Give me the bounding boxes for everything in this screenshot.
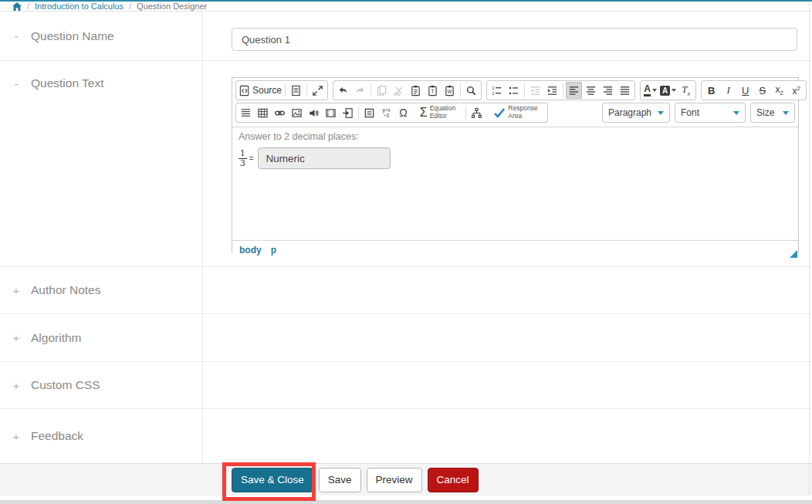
section-header-question-text[interactable]: - Question Text [12, 76, 104, 90]
toolbar-row-1: Source [235, 80, 795, 100]
section-row-algorithm: + Algorithm [0, 314, 812, 362]
editor-status-bar: body p [232, 240, 798, 259]
section-header-feedback[interactable]: + Feedback [12, 429, 83, 443]
element-path-body[interactable]: body [239, 245, 262, 255]
paragraph-format-dropdown[interactable]: Paragraph [602, 103, 670, 123]
answer-line: 1 3 = Numeric [239, 147, 792, 169]
cut-icon [393, 85, 404, 96]
breadcrumb-link-course[interactable]: Introduction to Calculus [35, 2, 123, 11]
audio-button[interactable] [306, 104, 322, 121]
align-right-button[interactable] [600, 82, 616, 99]
expand-icon[interactable]: + [12, 430, 20, 443]
paste-icon [410, 85, 421, 96]
equation-editor-label: Equation Editor [430, 105, 456, 120]
bulleted-list-button[interactable] [506, 82, 522, 99]
subscript-button[interactable]: x2 [771, 82, 787, 99]
toolbar-separator [563, 83, 563, 97]
font-dropdown[interactable]: Font [675, 103, 746, 123]
cancel-button[interactable]: Cancel [428, 468, 479, 492]
bold-button[interactable]: B [703, 82, 719, 99]
math-entry-button[interactable]: y÷x ÷3 [378, 104, 394, 121]
element-path-p[interactable]: p [271, 245, 276, 255]
home-icon[interactable] [12, 2, 22, 11]
copy-button[interactable] [374, 82, 390, 99]
question-name-input[interactable] [232, 28, 797, 51]
section-header-algorithm[interactable]: + Algorithm [12, 331, 81, 345]
question-designer-page: / Introduction to Calculus / Question De… [0, 0, 812, 504]
paste-from-word-button[interactable]: W [442, 82, 458, 99]
numeric-response-area[interactable]: Numeric [258, 147, 391, 169]
save-button[interactable]: Save [319, 468, 361, 492]
toolbar-group-clipboard: T W [333, 80, 482, 100]
div-container-button[interactable] [361, 104, 377, 121]
numbered-list-button[interactable]: 1 2 [489, 82, 505, 99]
undo-button[interactable] [335, 82, 351, 99]
size-value: Size [756, 107, 774, 118]
section-header-author-notes[interactable]: + Author Notes [12, 283, 100, 297]
paste-plain-text-button[interactable]: T [425, 82, 441, 99]
editor-content-area[interactable]: Answer to 2 decimal places: 1 3 = Numeri… [232, 127, 798, 240]
video-icon [325, 107, 337, 119]
link-button[interactable] [272, 104, 288, 121]
toolbar-separator [524, 83, 525, 97]
align-justify-button[interactable] [617, 82, 633, 99]
text-color-letter: A [644, 84, 651, 96]
redo-button[interactable] [352, 82, 368, 99]
algorithmic-variable-button[interactable] [469, 104, 485, 121]
section-header-question-name[interactable]: - Question Name [12, 29, 114, 43]
table-button[interactable] [255, 104, 271, 121]
horizontal-rule-icon [240, 107, 252, 119]
section-header-custom-css[interactable]: + Custom CSS [12, 378, 100, 392]
section-label: Question Text [31, 76, 104, 90]
size-dropdown[interactable]: Size [750, 103, 795, 123]
save-and-close-button[interactable]: Save & Close [232, 468, 313, 492]
paste-button[interactable] [408, 82, 424, 99]
rich-text-editor: Source [232, 77, 799, 253]
equation-editor-button[interactable]: Σ Equation Editor [412, 104, 463, 121]
paragraph-format-value: Paragraph [608, 107, 651, 118]
response-area-label: Response Area [508, 105, 537, 120]
align-center-button[interactable] [583, 82, 599, 99]
expand-icon[interactable]: + [12, 379, 20, 392]
remove-format-button[interactable]: Tx [678, 82, 694, 99]
search-icon [465, 85, 477, 96]
audio-icon [308, 107, 320, 119]
expand-icon[interactable]: + [12, 284, 20, 297]
image-button[interactable] [289, 104, 305, 121]
question-prompt-text: Answer to 2 decimal places: [239, 131, 792, 142]
expand-icon[interactable]: + [12, 331, 20, 344]
find-button[interactable] [463, 82, 479, 99]
background-color-button[interactable]: A [659, 82, 677, 99]
response-area-button[interactable]: Response Area [486, 104, 546, 121]
text-color-button[interactable]: A [642, 82, 658, 99]
decrease-indent-button[interactable] [527, 82, 543, 99]
horizontal-rule-button[interactable] [238, 104, 254, 121]
preview-button[interactable] [288, 82, 304, 99]
preview-icon [290, 85, 302, 96]
italic-button[interactable]: I [720, 82, 736, 99]
strikethrough-button[interactable]: S [754, 82, 770, 99]
embed-file-button[interactable] [340, 104, 356, 121]
increase-indent-button[interactable] [544, 82, 560, 99]
video-button[interactable] [323, 104, 339, 121]
collapse-icon[interactable]: - [12, 77, 20, 90]
div-container-icon [364, 107, 375, 119]
underline-button[interactable]: U [737, 82, 753, 99]
toolbar-row-2: y÷x ÷3 Ω Σ Equation Editor [235, 103, 795, 123]
superscript-button[interactable]: x2 [788, 82, 804, 99]
collapse-icon[interactable]: - [12, 29, 20, 42]
align-left-button[interactable] [566, 82, 582, 99]
cut-button[interactable] [391, 82, 407, 99]
svg-text:W: W [447, 89, 452, 94]
preview-button-footer[interactable]: Preview [367, 468, 422, 492]
numbered-list-icon: 1 2 [491, 85, 502, 96]
svg-text:1: 1 [492, 85, 494, 90]
align-left-icon [568, 85, 580, 96]
special-character-button[interactable]: Ω [395, 104, 411, 121]
source-button-label: Source [252, 85, 282, 96]
source-button[interactable]: Source [238, 82, 283, 99]
subscript-icon: x2 [776, 84, 783, 96]
editor-resize-handle[interactable] [790, 250, 797, 258]
maximize-button[interactable] [310, 82, 326, 99]
sitemap-icon [471, 107, 482, 119]
